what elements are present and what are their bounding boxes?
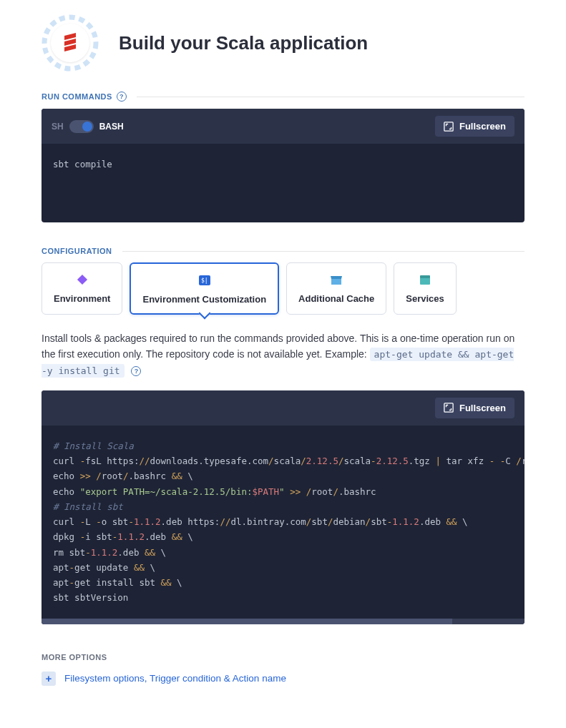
tab-label: Additional Cache — [298, 293, 374, 304]
page-title: Build your Scala application — [119, 32, 368, 54]
configuration-tabs: Environment $| Environment Customization… — [42, 262, 524, 315]
fullscreen-label: Fullscreen — [459, 121, 506, 132]
configuration-label-text: CONFIGURATION — [42, 247, 112, 255]
svg-rect-1 — [444, 122, 453, 130]
tab-label: Environment Customization — [142, 294, 266, 305]
code-comment: # Install Scala — [53, 441, 134, 451]
tab-label: Environment — [54, 293, 110, 304]
help-icon[interactable]: ? — [117, 92, 127, 102]
bash-label: BASH — [99, 122, 124, 132]
page-header: Build your Scala application — [42, 14, 524, 72]
fullscreen-icon — [444, 122, 454, 132]
box-icon — [419, 273, 431, 286]
customization-content[interactable]: # Install Scala curl -fsL https://downlo… — [42, 426, 524, 619]
fullscreen-icon — [444, 403, 454, 413]
customization-editor: Fullscreen # Install Scala curl -fsL htt… — [42, 390, 524, 624]
svg-rect-6 — [420, 275, 430, 278]
run-commands-toolbar: SH BASH Fullscreen — [42, 109, 524, 144]
tab-environment-customization[interactable]: $| Environment Customization — [130, 262, 279, 315]
terminal-icon: $| — [198, 274, 211, 287]
scrollbar-thumb[interactable] — [42, 619, 452, 624]
tab-environment[interactable]: Environment — [42, 262, 122, 315]
customization-toolbar: Fullscreen — [42, 390, 524, 426]
help-icon[interactable]: ? — [131, 366, 141, 376]
more-options-link[interactable]: Filesystem options, Trigger condition & … — [64, 673, 286, 684]
fullscreen-button[interactable]: Fullscreen — [435, 116, 514, 137]
code-comment: # Install sbt — [53, 501, 123, 512]
tab-additional-cache[interactable]: Additional Cache — [286, 262, 386, 315]
plus-icon[interactable]: + — [42, 672, 56, 686]
svg-rect-7 — [444, 403, 453, 412]
store-icon — [330, 273, 343, 286]
run-commands-label-text: RUN COMMANDS — [42, 92, 112, 101]
fullscreen-label: Fullscreen — [459, 403, 506, 413]
sh-label: SH — [52, 122, 64, 132]
diamond-icon — [76, 273, 89, 286]
svg-rect-2 — [77, 275, 87, 285]
toggle-knob — [82, 122, 92, 132]
run-commands-editor: SH BASH Fullscreen sbt compile — [42, 109, 524, 222]
configuration-description: Install tools & packages required to run… — [42, 330, 524, 379]
run-commands-content[interactable]: sbt compile — [42, 144, 524, 222]
svg-text:$|: $| — [201, 277, 208, 284]
more-options-row: + Filesystem options, Trigger condition … — [42, 672, 524, 686]
fullscreen-button[interactable]: Fullscreen — [435, 398, 514, 418]
configuration-section-label: CONFIGURATION — [42, 247, 524, 255]
tab-services[interactable]: Services — [394, 262, 457, 315]
scala-logo-badge — [42, 14, 99, 72]
horizontal-scrollbar[interactable] — [42, 619, 524, 624]
shell-toggle-switch[interactable] — [69, 120, 94, 133]
tab-label: Services — [406, 293, 444, 304]
shell-toggle-group: SH BASH — [52, 120, 124, 133]
more-options-section-label: MORE OPTIONS — [42, 653, 524, 661]
scala-icon — [62, 33, 78, 53]
run-commands-section-label: RUN COMMANDS ? — [42, 92, 524, 102]
